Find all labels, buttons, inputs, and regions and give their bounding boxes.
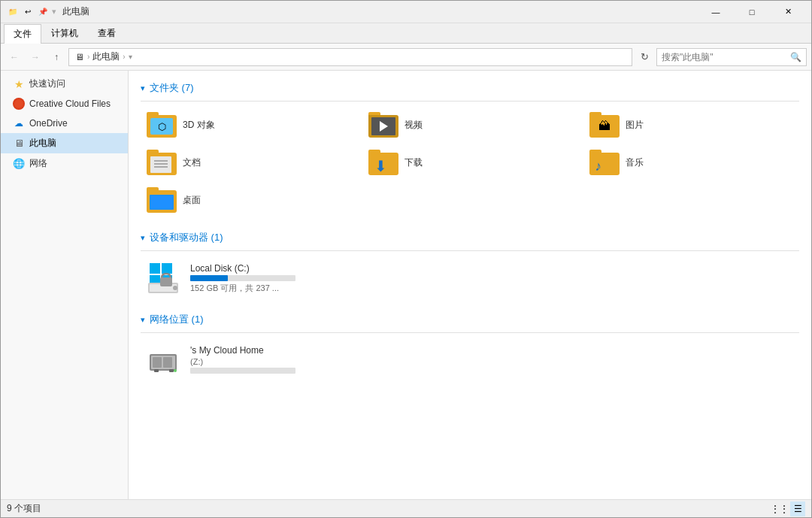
- cdrive-info: Local Disk (C:) 152 GB 可用，共 237 ...: [190, 263, 793, 294]
- devices-toggle[interactable]: ▾: [141, 233, 145, 243]
- window-controls: — □ ✕: [698, 1, 805, 23]
- minimize-button[interactable]: —: [698, 1, 733, 23]
- status-bar-right: ⋮⋮ ☰: [772, 501, 805, 516]
- view-grid-button[interactable]: ⋮⋮: [772, 501, 787, 516]
- folder-pictures-icon: 🏔: [589, 112, 620, 138]
- search-box[interactable]: 🔍: [656, 48, 807, 66]
- sidebar-label-quickaccess: 快速访问: [29, 77, 65, 90]
- folder-music[interactable]: ♪ 音乐: [583, 145, 799, 180]
- sidebar-item-onedrive[interactable]: ☁ OneDrive: [1, 114, 128, 133]
- folder-desktop-label: 桌面: [183, 194, 201, 207]
- device-cdrive[interactable]: Local Disk (C:) 152 GB 可用，共 237 ...: [141, 257, 799, 299]
- folder-downloads[interactable]: ⬇ 下载: [362, 145, 578, 180]
- network-mycloud[interactable]: 's My Cloud Home (Z:): [141, 339, 799, 381]
- title-pin-icon: 📌: [37, 6, 49, 18]
- folder-videos[interactable]: 视频: [362, 108, 578, 142]
- nav-back-button[interactable]: ←: [5, 48, 23, 66]
- sidebar-item-creativecloud[interactable]: Creative Cloud Files: [1, 94, 128, 114]
- view-list-button[interactable]: ☰: [790, 501, 805, 516]
- cdrive-bar-container: [190, 275, 295, 281]
- thispc-icon: 🖥: [13, 138, 25, 150]
- folder-3dobjects-icon: ⬡: [147, 112, 177, 138]
- cdrive-bar-fill: [190, 275, 228, 281]
- refresh-button[interactable]: ↻: [635, 48, 653, 66]
- tab-file[interactable]: 文件: [4, 24, 41, 44]
- star-icon: ★: [13, 78, 25, 90]
- svg-rect-0: [150, 263, 160, 274]
- close-button[interactable]: ✕: [771, 1, 805, 23]
- folder-music-label: 音乐: [626, 156, 644, 169]
- folder-pictures[interactable]: 🏔 图片: [583, 108, 799, 142]
- svg-point-12: [174, 369, 177, 372]
- mycloud-icon: [147, 342, 183, 378]
- network-icon: 🌐: [13, 158, 25, 170]
- folder-downloads-label: 下载: [404, 156, 423, 169]
- tab-view[interactable]: 查看: [88, 23, 126, 43]
- svg-point-6: [173, 286, 177, 290]
- svg-rect-13: [154, 369, 159, 372]
- folder-documents[interactable]: 文档: [141, 145, 356, 180]
- title-bar-icons: 📁 ↩ 📌 ▾: [7, 6, 56, 18]
- title-dropdown: ▾: [52, 7, 56, 17]
- path-pc-icon: 🖥: [75, 52, 84, 62]
- main-layout: ★ 快速访问 Creative Cloud Files ☁ OneDrive 🖥…: [1, 71, 811, 499]
- nav-up-button[interactable]: ↑: [47, 48, 65, 66]
- devices-header-text: 设备和驱动器 (1): [150, 231, 223, 244]
- folder-3dobjects[interactable]: ⬡ 3D 对象: [141, 108, 356, 142]
- network-toggle[interactable]: ▾: [141, 315, 145, 325]
- svg-rect-11: [163, 357, 172, 368]
- svg-rect-7: [160, 277, 172, 286]
- folder-3dobjects-label: 3D 对象: [183, 119, 215, 132]
- mycloud-drive: (Z:): [190, 357, 793, 366]
- cdrive-caption: 152 GB 可用，共 237 ...: [190, 283, 793, 294]
- folders-section-header: ▾ 文件夹 (7): [141, 77, 799, 101]
- network-list: 's My Cloud Home (Z:): [141, 339, 799, 381]
- mycloud-info: 's My Cloud Home (Z:): [190, 345, 793, 375]
- svg-rect-14: [169, 369, 174, 372]
- sidebar-item-quickaccess[interactable]: ★ 快速访问: [1, 74, 128, 94]
- folder-videos-icon: [368, 112, 398, 138]
- title-folder-icon: 📁: [7, 6, 19, 18]
- folder-documents-label: 文档: [183, 156, 201, 169]
- path-dropdown: ▾: [129, 53, 132, 61]
- creativecloud-icon: [13, 98, 25, 110]
- folder-pictures-label: 图片: [626, 119, 644, 132]
- nav-forward-button[interactable]: →: [26, 48, 44, 66]
- folder-grid: ⬡ 3D 对象 视频 🏔: [141, 108, 799, 217]
- devices-section-header: ▾ 设备和驱动器 (1): [141, 226, 799, 251]
- mycloud-bar-container: [190, 368, 295, 374]
- sidebar-label-network: 网络: [29, 157, 47, 170]
- tab-computer[interactable]: 计算机: [41, 23, 88, 43]
- address-path[interactable]: 🖥 › 此电脑 › ▾: [68, 48, 632, 66]
- folder-music-icon: ♪: [589, 150, 620, 175]
- address-bar: ← → ↑ 🖥 › 此电脑 › ▾ ↻ 🔍: [1, 44, 811, 71]
- search-input[interactable]: [662, 52, 787, 62]
- device-list: Local Disk (C:) 152 GB 可用，共 237 ...: [141, 257, 799, 299]
- network-section-header: ▾ 网络位置 (1): [141, 308, 799, 333]
- folder-documents-icon: [147, 150, 177, 175]
- folders-header-text: 文件夹 (7): [150, 81, 194, 95]
- ribbon: 文件 计算机 查看: [1, 23, 811, 44]
- sidebar-item-network[interactable]: 🌐 网络: [1, 153, 128, 174]
- search-icon: 🔍: [790, 52, 801, 62]
- network-header-text: 网络位置 (1): [150, 313, 204, 326]
- window-title: 此电脑: [62, 5, 698, 18]
- content-area: ▾ 文件夹 (7) ⬡ 3D 对象: [129, 71, 811, 499]
- folder-desktop[interactable]: 桌面: [141, 183, 356, 217]
- sidebar-item-thispc[interactable]: 🖥 此电脑: [1, 133, 128, 153]
- mycloud-name: 's My Cloud Home: [190, 345, 793, 356]
- svg-rect-1: [162, 263, 172, 274]
- title-back-icon: ↩: [22, 6, 34, 18]
- maximize-button[interactable]: □: [735, 1, 769, 23]
- ribbon-tabs: 文件 计算机 查看: [1, 23, 811, 43]
- folders-toggle[interactable]: ▾: [141, 83, 145, 93]
- sidebar-label-thispc: 此电脑: [29, 137, 56, 150]
- cdrive-icon: [147, 260, 183, 296]
- path-thispc: 此电脑: [92, 50, 120, 63]
- path-separator-2: ›: [123, 53, 125, 61]
- status-item-count: 9 个项目: [7, 502, 41, 515]
- folder-desktop-icon: [147, 187, 177, 213]
- cdrive-name: Local Disk (C:): [190, 263, 793, 274]
- status-bar: 9 个项目 ⋮⋮ ☰: [1, 499, 811, 517]
- sidebar-label-creativecloud: Creative Cloud Files: [29, 98, 111, 109]
